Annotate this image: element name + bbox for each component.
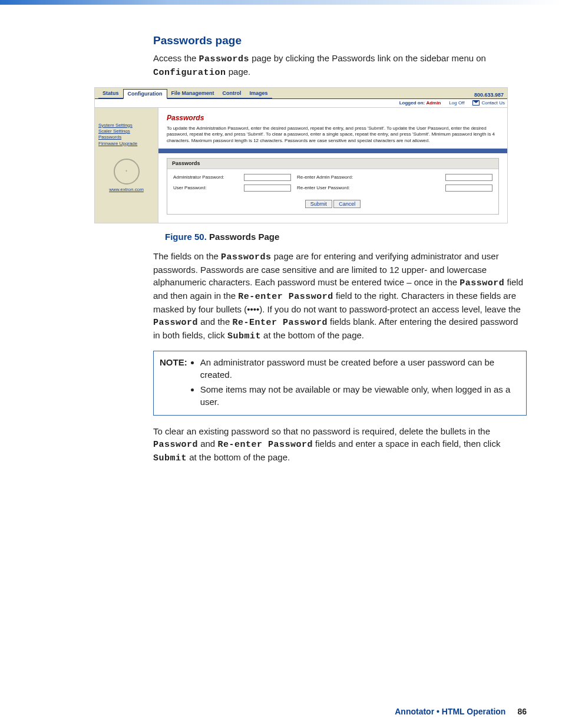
clear-password-paragraph: To clear an existing password so that no… bbox=[153, 425, 527, 465]
user-password-input[interactable] bbox=[244, 185, 291, 192]
user-password-reenter-input[interactable] bbox=[445, 185, 492, 192]
contact-us-link[interactable]: Contact Us bbox=[472, 100, 505, 106]
passwords-box: Passwords Administrator Password: Re-ent… bbox=[167, 158, 499, 215]
admin-password-reenter-input[interactable] bbox=[445, 174, 492, 181]
blue-bar bbox=[158, 149, 507, 153]
phone-number: 800.633.987 bbox=[474, 92, 504, 98]
tab-images[interactable]: Images bbox=[246, 89, 272, 98]
admin-password-reenter-label: Re-enter Admin Password: bbox=[297, 174, 439, 180]
sidebar: System Settings Scaler Settings Password… bbox=[95, 108, 158, 223]
passwords-screenshot: Status Configuration File Management Con… bbox=[94, 87, 508, 223]
description-paragraph: The fields on the Passwords page are for… bbox=[153, 250, 527, 342]
logo-box: ✦ www.extron.com bbox=[98, 159, 154, 193]
note-box: NOTE: An administrator password must be … bbox=[153, 351, 527, 416]
tab-file-management[interactable]: File Management bbox=[167, 89, 219, 98]
log-off-link[interactable]: Log Off bbox=[449, 100, 464, 106]
sidebar-item-passwords[interactable]: Passwords bbox=[98, 134, 154, 140]
note-label: NOTE: bbox=[160, 356, 187, 410]
panel-title: Passwords bbox=[167, 114, 499, 122]
tab-bar: Status Configuration File Management Con… bbox=[95, 88, 507, 98]
top-stripe bbox=[0, 0, 562, 5]
mail-icon bbox=[472, 100, 480, 106]
instructions-text: To update the Administration Password, e… bbox=[167, 126, 499, 144]
sidebar-item-scaler-settings[interactable]: Scaler Settings bbox=[98, 129, 154, 134]
page-footer: Annotator • HTML Operation86 bbox=[395, 707, 527, 716]
tab-control[interactable]: Control bbox=[219, 89, 246, 98]
admin-password-input[interactable] bbox=[244, 174, 291, 181]
sub-bar: Logged on: Admin Log Off Contact Us bbox=[95, 98, 507, 108]
tab-status[interactable]: Status bbox=[98, 89, 123, 98]
note-item: Some items may not be available or may b… bbox=[200, 383, 520, 408]
passwords-box-header: Passwords bbox=[167, 159, 498, 169]
sidebar-item-system-settings[interactable]: System Settings bbox=[98, 123, 154, 129]
logged-on-label: Logged on: Admin bbox=[399, 100, 441, 106]
tab-configuration[interactable]: Configuration bbox=[123, 89, 167, 99]
note-item: An administrator password must be create… bbox=[200, 356, 520, 381]
submit-button[interactable]: Submit bbox=[305, 200, 332, 208]
user-password-label: User Password: bbox=[173, 185, 238, 191]
extron-url-link[interactable]: www.extron.com bbox=[109, 187, 144, 192]
main-panel: Passwords To update the Administration P… bbox=[158, 108, 507, 223]
cancel-button[interactable]: Cancel bbox=[333, 200, 361, 208]
swirl-icon: ✦ bbox=[114, 159, 140, 185]
admin-password-label: Administrator Password: bbox=[173, 174, 238, 180]
figure-caption: Figure 50. Passwords Page bbox=[165, 232, 527, 242]
intro-paragraph: Access the Passwords page by clicking th… bbox=[153, 52, 527, 79]
sidebar-item-firmware-upgrade[interactable]: Firmware Upgrade bbox=[98, 141, 154, 147]
section-heading: Passwords page bbox=[153, 34, 527, 47]
user-password-reenter-label: Re-enter User Password: bbox=[297, 185, 439, 191]
